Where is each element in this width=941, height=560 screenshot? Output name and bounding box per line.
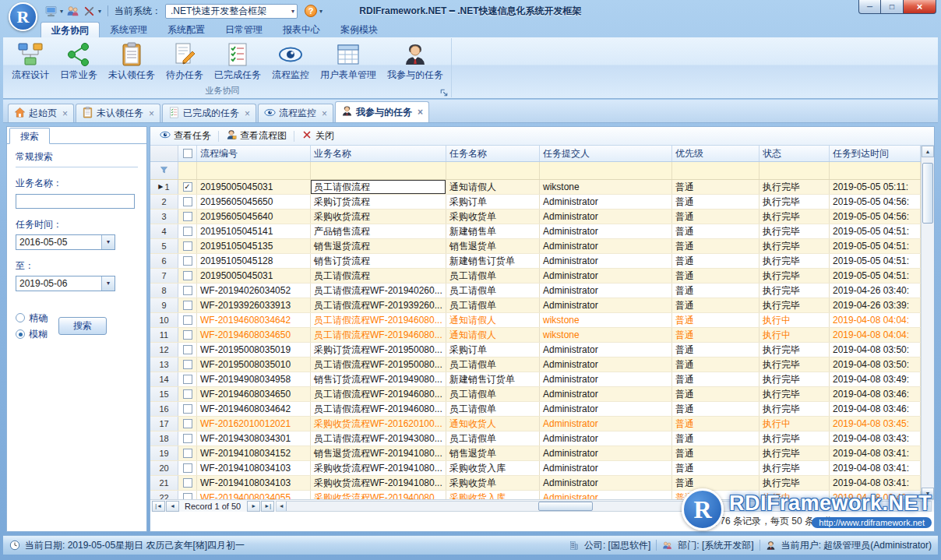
cell-task-name[interactable]: 新建销售单 (446, 224, 540, 238)
column-header[interactable]: 任务提交人 (540, 146, 672, 161)
cell-business-name[interactable]: 员工请假流程WF-201939260... (311, 298, 446, 312)
row-select-cell[interactable] (178, 224, 197, 238)
cell-submitter[interactable]: Administrator (540, 224, 672, 238)
cell-priority[interactable]: 普通 (672, 431, 759, 446)
cell-submitter[interactable]: Administrator (540, 446, 672, 460)
cell-arrive-time[interactable]: 2019-05-05 04:51: (830, 254, 921, 268)
search-group-label[interactable]: 常规搜索 (16, 150, 138, 167)
cell-submitter[interactable]: Administrator (540, 491, 672, 499)
cell-status[interactable]: 执行完毕 (759, 224, 830, 238)
cell-arrive-time[interactable]: 2019-04-26 03:40: (830, 284, 921, 298)
ribbon-button[interactable]: 已完成任务 (209, 40, 266, 84)
toolbar-button[interactable]: 关闭 (296, 128, 340, 144)
scrollbar-thumb[interactable] (538, 502, 593, 511)
document-tab[interactable]: 流程监控× (258, 104, 333, 122)
cell-task-name[interactable]: 采购收货入库 (446, 491, 540, 499)
column-header[interactable]: 状态 (759, 146, 830, 161)
cell-submitter[interactable]: Administrator (540, 402, 672, 416)
table-row[interactable]: 8WF-20194026034052员工请假流程WF-201940260...员… (150, 284, 934, 298)
cell-priority[interactable]: 普通 (672, 269, 759, 283)
cell-arrive-time[interactable]: 2019-05-05 04:51: (830, 224, 921, 238)
cell-submitter[interactable]: Administrator (540, 195, 672, 209)
cell-submitter[interactable]: Administrator (540, 372, 672, 386)
ribbon-tab[interactable]: 日常管理 (215, 22, 273, 37)
cell-priority[interactable]: 普通 (672, 224, 759, 238)
cell-submitter[interactable]: Administrator (540, 476, 672, 490)
cell-task-name[interactable]: 通知收货人 (446, 417, 540, 431)
computer-icon[interactable] (44, 4, 58, 18)
cell-business-name[interactable]: 产品销售流程 (311, 224, 446, 238)
table-row[interactable]: 20WF-20194108034103采购收货流程WF-201941080...… (150, 461, 934, 476)
cell-submitter[interactable]: wikstone (540, 180, 672, 194)
cell-priority[interactable]: 普通 (672, 372, 759, 386)
cell-process-id[interactable]: WF-20194608034650 (197, 387, 311, 401)
ribbon-tab[interactable]: 业务协同 (41, 22, 100, 37)
cell-submitter[interactable]: Administrator (540, 417, 672, 431)
cell-priority[interactable]: 普通 (672, 298, 759, 312)
cell-business-name[interactable]: 销售退货流程 (311, 239, 446, 253)
row-select-cell[interactable] (178, 357, 197, 372)
cell-arrive-time[interactable]: 2019-04-08 03:41: (830, 446, 921, 460)
cell-task-name[interactable]: 采购订单 (446, 343, 540, 357)
cell-business-name[interactable]: 员工请假流程 (311, 180, 446, 194)
cell-task-name[interactable]: 通知请假人 (446, 180, 540, 194)
cell-process-id[interactable]: WF-20194108034103 (197, 461, 311, 475)
ribbon-button[interactable]: 未认领任务 (103, 40, 160, 84)
table-row[interactable]: 17WF-20162010012021采购收货流程WF-201620100...… (150, 417, 934, 431)
cell-submitter[interactable]: Administrator (540, 284, 672, 298)
cell-process-id[interactable]: 20195605045650 (197, 195, 311, 209)
row-select-cell[interactable] (178, 328, 197, 342)
table-row[interactable]: 420195105045141产品销售流程新建销售单Administrator普… (150, 224, 934, 239)
record-next-button[interactable]: ► (247, 501, 260, 512)
table-row[interactable]: 14WF-20194908034958销售订货流程WF-201949080...… (150, 372, 934, 387)
ribbon-button[interactable]: 我参与的任务 (382, 40, 449, 84)
filter-cell[interactable] (540, 162, 672, 179)
cell-submitter[interactable]: Administrator (540, 431, 672, 446)
users-icon[interactable] (65, 4, 79, 18)
cell-arrive-time[interactable]: 2019-04-08 03:43: (830, 431, 921, 446)
cell-submitter[interactable]: wikstone (540, 313, 672, 327)
cell-task-name[interactable]: 员工请假单 (446, 387, 540, 401)
row-select-cell[interactable] (178, 387, 197, 401)
cell-status[interactable]: 执行完毕 (759, 431, 830, 446)
ribbon-button[interactable]: 用户表单管理 (315, 40, 382, 84)
cell-process-id[interactable]: WF-20194008034055 (197, 491, 311, 499)
cell-priority[interactable]: 普通 (672, 446, 759, 460)
ribbon-button[interactable]: 待办任务 (160, 40, 209, 84)
cell-business-name[interactable]: 采购收货流程WF-201941080... (311, 461, 446, 475)
cell-status[interactable]: 执行中 (759, 313, 830, 327)
cell-task-name[interactable]: 通知请假人 (446, 328, 540, 342)
cell-status[interactable]: 执行完毕 (759, 284, 830, 298)
close-icon[interactable]: × (418, 107, 423, 118)
cell-priority[interactable]: 普通 (672, 357, 759, 372)
row-select-cell[interactable] (178, 491, 197, 499)
cell-task-name[interactable]: 员工请假单 (446, 431, 540, 446)
table-row[interactable]: 620195105045128销售订货流程新建销售订货单Administrato… (150, 254, 934, 269)
cell-process-id[interactable]: 20195605045640 (197, 210, 311, 224)
row-select-cell[interactable] (178, 343, 197, 357)
cell-process-id[interactable]: WF-20194908034958 (197, 372, 311, 386)
close-icon[interactable]: × (245, 108, 250, 119)
cell-arrive-time[interactable]: 2019-05-05 04:51: (830, 239, 921, 253)
toolbar-button[interactable]: 查看流程图 (220, 128, 292, 144)
cell-process-id[interactable]: 20195105045128 (197, 254, 311, 268)
cell-priority[interactable]: 普通 (672, 402, 759, 416)
cell-business-name[interactable]: 销售退货流程WF-201941080... (311, 446, 446, 460)
cell-process-id[interactable]: WF-20194608034642 (197, 313, 311, 327)
cell-status[interactable]: 执行中 (759, 328, 830, 342)
cell-status[interactable]: 执行完毕 (759, 402, 830, 416)
cell-business-name[interactable]: 销售订货流程 (311, 254, 446, 268)
filter-cell[interactable] (311, 162, 446, 179)
cell-arrive-time[interactable]: 2019-04-26 03:39: (830, 298, 921, 312)
scroll-left-icon[interactable]: ◄ (277, 502, 287, 511)
row-select-cell[interactable] (178, 446, 197, 460)
table-row[interactable]: 18WF-20194308034301员工请假流程WF-201943080...… (150, 431, 934, 446)
cell-process-id[interactable]: WF-20195008035010 (197, 357, 311, 372)
scrollbar-thumb[interactable] (922, 163, 933, 224)
cell-submitter[interactable]: wikstone (540, 328, 672, 342)
cell-task-name[interactable]: 员工请假单 (446, 269, 540, 283)
cell-task-name[interactable]: 采购收货单 (446, 210, 540, 224)
cell-task-name[interactable]: 通知请假人 (446, 313, 540, 327)
table-row[interactable]: 9WF-20193926033913员工请假流程WF-201939260...员… (150, 298, 934, 313)
cell-process-id[interactable]: WF-20194608034650 (197, 328, 311, 342)
